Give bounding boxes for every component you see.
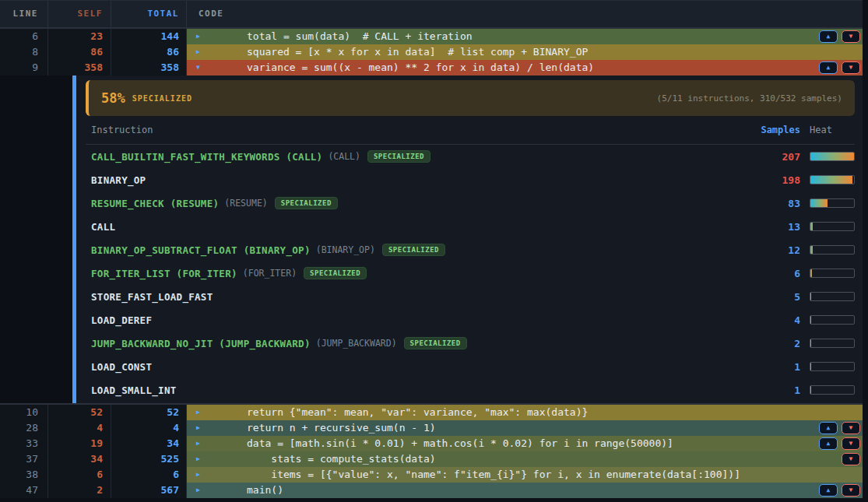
panel-gutter bbox=[0, 75, 72, 403]
expand-icon[interactable]: ▶ bbox=[196, 436, 200, 451]
instruction-row: BINARY_OP 198 bbox=[86, 168, 855, 191]
instruction-name: BINARY_OP bbox=[91, 174, 146, 186]
jump-up-button[interactable]: ▲ bbox=[819, 484, 838, 497]
total-samples: 34 bbox=[111, 436, 187, 451]
specialized-label: SPECIALIZED bbox=[132, 94, 192, 103]
instruction-samples: 1 bbox=[754, 384, 800, 396]
jump-up-button[interactable]: ▲ bbox=[819, 422, 838, 434]
instruction-name: BINARY_OP_SUBTRACT_FLOAT (BINARY_OP) bbox=[91, 244, 311, 256]
heat-bar bbox=[810, 175, 855, 184]
expand-icon[interactable]: ▶ bbox=[196, 467, 200, 483]
total-samples: 4 bbox=[111, 420, 187, 436]
expand-icon[interactable]: ▶ bbox=[196, 420, 200, 436]
instruction-row: CALL 13 bbox=[86, 215, 855, 238]
instruction-table-header: Instruction Samples Heat bbox=[86, 116, 855, 144]
instruction-base-name: (FOR_ITER) bbox=[243, 268, 297, 279]
instruction-name: STORE_FAST_LOAD_FAST bbox=[91, 291, 213, 303]
column-header-total[interactable]: TOTAL bbox=[111, 1, 187, 27]
column-header-instruction[interactable]: Instruction bbox=[91, 125, 754, 135]
total-samples: 52 bbox=[111, 405, 187, 420]
instruction-samples: 5 bbox=[754, 291, 800, 303]
instruction-samples: 6 bbox=[754, 268, 800, 279]
jump-up-button[interactable]: ▲ bbox=[819, 30, 838, 43]
heat-bar bbox=[810, 245, 855, 255]
specialized-detail: (5/11 instructions, 310/532 samples) bbox=[657, 93, 842, 104]
column-header-samples[interactable]: Samples bbox=[754, 125, 800, 135]
code-row-line-47: 47 2 567 ▶ main() ▲ ▼ bbox=[0, 483, 863, 498]
code-cell: ▼ variance = sum((x - mean) ** 2 for x i… bbox=[187, 60, 863, 75]
heat-bar bbox=[810, 292, 855, 301]
jump-down-button[interactable]: ▼ bbox=[842, 61, 860, 74]
code-text: return n + recursive_sum(n - 1) bbox=[187, 420, 436, 436]
instruction-row: JUMP_BACKWARD_NO_JIT (JUMP_BACKWARD) (JU… bbox=[86, 332, 855, 355]
jump-down-button[interactable]: ▼ bbox=[842, 422, 860, 434]
instruction-samples: 207 bbox=[754, 151, 800, 163]
self-samples: 358 bbox=[48, 60, 111, 75]
code-text: total = sum(data) # CALL + iteration bbox=[187, 29, 473, 44]
total-samples: 86 bbox=[111, 44, 187, 60]
instruction-row: RESUME_CHECK (RESUME) (RESUME) SPECIALIZ… bbox=[86, 191, 855, 215]
heat-bar bbox=[810, 269, 855, 278]
instruction-row: LOAD_CONST 1 bbox=[86, 355, 855, 378]
line-number: 10 bbox=[0, 405, 48, 420]
heat-bar-fill bbox=[810, 153, 854, 160]
column-header-self[interactable]: SELF bbox=[48, 1, 111, 27]
jump-down-button[interactable]: ▼ bbox=[842, 30, 860, 43]
instruction-detail-panel: 58% SPECIALIZED (5/11 instructions, 310/… bbox=[0, 75, 863, 403]
instruction-row: BINARY_OP_SUBTRACT_FLOAT (BINARY_OP) (BI… bbox=[86, 238, 855, 262]
code-cell: ▶ main() ▲ ▼ bbox=[187, 483, 863, 498]
heat-bar bbox=[810, 315, 855, 325]
instruction-name: CALL_BUILTIN_FAST_WITH_KEYWORDS (CALL) bbox=[91, 151, 322, 163]
jump-down-button[interactable]: ▼ bbox=[842, 437, 860, 450]
total-samples: 144 bbox=[111, 29, 187, 44]
expand-icon[interactable]: ▶ bbox=[196, 44, 200, 60]
expand-icon[interactable]: ▶ bbox=[196, 483, 200, 498]
column-header-line[interactable]: LINE bbox=[0, 1, 48, 27]
jump-down-button[interactable]: ▼ bbox=[842, 453, 860, 465]
code-cell: ▶ stats = compute_stats(data) ▼ bbox=[187, 451, 863, 467]
instruction-row: FOR_ITER_LIST (FOR_ITER) (FOR_ITER) SPEC… bbox=[86, 262, 855, 285]
jump-up-button[interactable]: ▲ bbox=[819, 437, 838, 450]
expand-icon[interactable]: ▶ bbox=[196, 451, 200, 467]
code-cell: ▶ items = [{"value": x, "name": f"item_{… bbox=[187, 467, 863, 483]
heat-bar bbox=[810, 152, 855, 161]
heat-bar-fill bbox=[810, 293, 811, 300]
heat-bar bbox=[810, 222, 855, 231]
code-text: squared = [x * x for x in data] # list c… bbox=[187, 44, 588, 60]
heat-bar-fill bbox=[810, 363, 811, 370]
instruction-samples: 2 bbox=[754, 338, 800, 349]
heat-bar-fill bbox=[810, 223, 813, 230]
heat-bar-fill bbox=[810, 269, 812, 277]
instruction-row: CALL_BUILTIN_FAST_WITH_KEYWORDS (CALL) (… bbox=[86, 145, 855, 168]
instruction-name: RESUME_CHECK (RESUME) bbox=[91, 198, 219, 209]
instruction-samples: 13 bbox=[754, 221, 800, 233]
collapse-icon[interactable]: ▼ bbox=[196, 60, 200, 75]
instruction-samples: 198 bbox=[754, 174, 800, 186]
total-samples: 358 bbox=[111, 60, 187, 75]
column-header-heat[interactable]: Heat bbox=[810, 125, 855, 135]
self-samples: 52 bbox=[48, 405, 111, 420]
heat-bar-fill bbox=[810, 246, 813, 254]
self-samples: 23 bbox=[48, 29, 111, 44]
heat-bar-fill bbox=[810, 386, 811, 394]
instruction-name: LOAD_DEREF bbox=[91, 314, 152, 326]
total-samples: 567 bbox=[111, 483, 187, 498]
instruction-base-name: (BINARY_OP) bbox=[316, 244, 375, 255]
code-cell: ▶ data = [math.sin(i * 0.01) + math.cos(… bbox=[187, 436, 863, 451]
table-header: LINE SELF TOTAL CODE bbox=[0, 0, 863, 29]
instruction-base-name: (RESUME) bbox=[224, 198, 267, 209]
code-cell: ▶ total = sum(data) # CALL + iteration ▲… bbox=[187, 29, 863, 44]
code-row-line-9-expanded: 9 358 358 ▼ variance = sum((x - mean) **… bbox=[0, 60, 863, 75]
line-number: 33 bbox=[0, 436, 48, 451]
heat-bar-fill bbox=[810, 316, 811, 324]
jump-down-button[interactable]: ▼ bbox=[842, 484, 860, 497]
instruction-row: LOAD_DEREF 4 bbox=[86, 308, 855, 332]
expand-icon[interactable]: ▶ bbox=[196, 405, 200, 420]
self-samples: 19 bbox=[48, 436, 111, 451]
expand-icon[interactable]: ▶ bbox=[196, 29, 200, 44]
specialization-banner: 58% SPECIALIZED (5/11 instructions, 310/… bbox=[86, 80, 855, 116]
heat-bar bbox=[810, 339, 855, 348]
heat-bar bbox=[810, 385, 855, 395]
instruction-samples: 83 bbox=[754, 198, 800, 209]
jump-up-button[interactable]: ▲ bbox=[819, 61, 838, 74]
